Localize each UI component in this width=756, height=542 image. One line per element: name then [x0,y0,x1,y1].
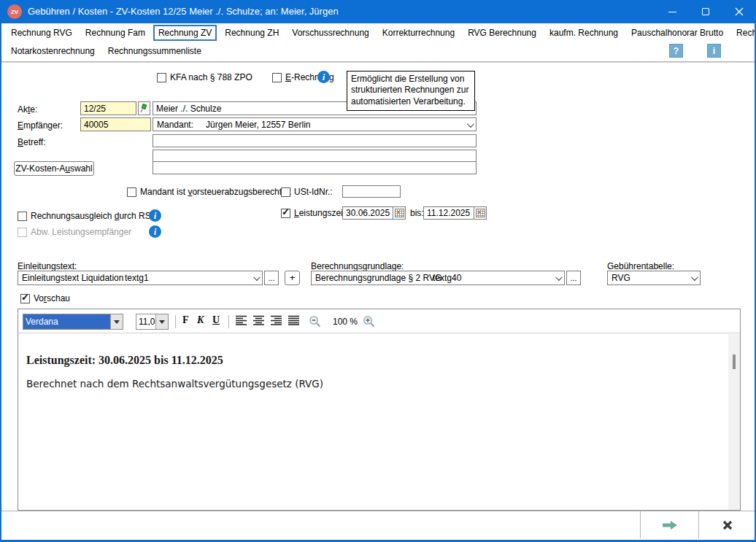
berechnungsgrundlage-code: textg40 [433,273,461,283]
maximize-button[interactable] [689,0,722,23]
window-title: Gebühren / Kosten - ZV-Kosten 12/25 Meie… [28,6,339,17]
calendar-icon [476,209,485,217]
underline-button[interactable]: U [212,314,220,326]
app-icon: ZV [7,4,22,19]
berechnungsgrundlage-label: Berechnungsgrundlage: [311,261,404,271]
berechnungsgrundlage-value: Berechnungsgrundlage § 2 RVG [315,273,441,283]
leistungszeit-label: Leistungszeit: [294,208,347,218]
ustid-input[interactable] [342,185,401,198]
rsv-info-icon[interactable]: i [149,209,161,222]
berechnungsgrundlage-more-button[interactable]: ... [566,271,581,285]
align-left-button[interactable] [236,315,247,328]
abw-label: Abw. Leistungsempfänger [31,227,131,237]
close-button[interactable] [722,0,756,23]
empfaenger-combo-value: Jürgen Meier, 12557 Berlin [206,120,310,130]
zoom-level: 100 % [333,317,358,327]
toolbar-separator [228,315,229,328]
erechnung-checkbox[interactable] [272,73,282,82]
rsv-checkbox[interactable] [18,212,27,221]
tab-korrekturrechnung[interactable]: Korrekturrechnung [377,25,460,41]
dropdown-arrow-icon[interactable] [110,314,123,329]
akte-label: Akte: [18,104,37,115]
leistungszeit-bis-calendar-button[interactable] [474,206,487,220]
tab-row-1: Rechnung RVG Rechnung Fam Rechnung ZV Re… [6,25,756,41]
ustid-checkbox[interactable] [281,187,290,197]
empfaenger-combobox[interactable]: Mandant: Jürgen Meier, 12557 Berlin [153,117,477,131]
gebuehrentabelle-value: RVG [612,273,630,283]
app-window: ZV Gebühren / Kosten - ZV-Kosten 12/25 M… [0,0,756,542]
chevron-down-icon [253,274,261,281]
einleitungstext-value: Einleitungstext Liquidation [22,273,123,283]
align-right-icon [271,315,282,325]
tab-rechnung-rvg[interactable]: Rechnung RVG [6,25,77,41]
zoom-out-icon [309,315,321,328]
align-justify-button[interactable] [288,315,300,328]
align-left-icon [236,315,247,325]
font-family-value: Verdana [23,314,110,329]
tab-notarkostenrechnung[interactable]: Notarkostenrechnung [6,43,100,59]
preview-editor: Verdana 11,0 F K U [18,309,741,511]
close-icon [735,7,744,16]
empfaenger-combo-prefix: Mandant: [157,120,193,130]
zv-kosten-auswahl-button[interactable]: ZV-Kosten-Auswahl [14,161,94,176]
erechnung-info-icon[interactable]: i [317,71,330,83]
zoom-out-button[interactable] [309,315,321,330]
leistungszeit-von-calendar-button[interactable] [393,206,406,220]
minimize-button[interactable] [655,0,689,23]
akte-input[interactable] [80,101,136,115]
tab-pauschalhonorar-brutto[interactable]: Pauschalhonorar Brutto [626,25,728,41]
align-justify-icon [288,315,300,325]
tab-rechnung-zv[interactable]: Rechnung ZV [153,25,217,41]
italic-button[interactable]: K [197,314,204,326]
kfa-checkbox[interactable] [157,73,166,82]
tab-vorschussrechnung[interactable]: Vorschussrechnung [287,25,374,41]
chevron-down-icon [555,274,563,281]
font-family-select[interactable]: Verdana [23,314,123,330]
leistungszeit-von-input[interactable] [342,206,393,220]
editor-scrollbar[interactable] [728,334,740,510]
vorsteuer-checkbox[interactable] [127,187,136,197]
leistungszeit-checkbox[interactable]: ✓ [281,209,290,218]
align-center-button[interactable] [253,315,265,328]
toolbar-separator [175,315,176,328]
tab-rvg-berechnung[interactable]: RVG Berechnung [463,25,541,41]
cancel-button[interactable] [699,511,756,538]
einleitungstext-add-button[interactable]: + [285,271,300,285]
help-button[interactable]: ? [669,44,683,58]
einleitungstext-more-button[interactable]: ... [264,271,279,285]
tab-separator [1,61,756,63]
minimize-icon [668,12,676,12]
bold-button[interactable]: F [182,314,189,326]
gebuehrentabelle-combobox[interactable]: RVG [607,271,701,285]
gebuehrentabelle-label: Gebührentabelle: [607,261,674,271]
check-icon: ✓ [282,206,290,217]
pushpin-icon [140,104,148,113]
font-size-select[interactable]: 11,0 [136,314,169,330]
betreff-input-3[interactable] [153,161,477,174]
editor-content[interactable]: Leistungszeit: 30.06.2025 bis 11.12.2025… [18,334,740,510]
zoom-in-button[interactable] [363,315,375,330]
tab-rechnung-fam[interactable]: Rechnung Fam [80,25,150,41]
font-size-value: 11,0 [136,314,155,329]
vorschau-checkbox[interactable]: ✓ [20,294,30,303]
berechnungsgrundlage-combobox[interactable]: Berechnungsgrundlage § 2 RVG textg40 [311,271,565,285]
vorsteuer-label: Mandant ist vorsteuerabzugsberechtigt [140,187,291,197]
continue-button[interactable] [641,511,698,538]
kfa-label: KFA nach § 788 ZPO [170,72,252,82]
leistungszeit-bis-input[interactable] [423,206,474,220]
tab-rechnung-zh[interactable]: Rechnung ZH [220,25,284,41]
empfaenger-input[interactable] [80,117,151,131]
akte-pin-button[interactable] [138,101,150,115]
scrollbar-thumb[interactable] [733,355,736,369]
tab-kaufm-rechnung[interactable]: kaufm. Rechnung [544,25,623,41]
erechnung-tooltip: Ermöglicht die Erstellung von strukturie… [347,71,475,111]
info-button[interactable]: i [707,44,721,58]
betreff-input-1[interactable] [153,134,477,147]
chevron-down-icon [467,120,474,128]
tab-rechnungssummenliste[interactable]: Rechnungssummenliste [103,43,207,59]
abw-info-icon[interactable]: i [149,225,161,238]
tab-rechnung-steuerberatergebuehren[interactable]: Rechnung Steuerberatergebühren [731,25,756,41]
align-right-button[interactable] [271,315,282,328]
dropdown-arrow-icon[interactable] [155,314,168,329]
einleitungstext-combobox[interactable]: Einleitungstext Liquidation textg1 [18,271,263,285]
